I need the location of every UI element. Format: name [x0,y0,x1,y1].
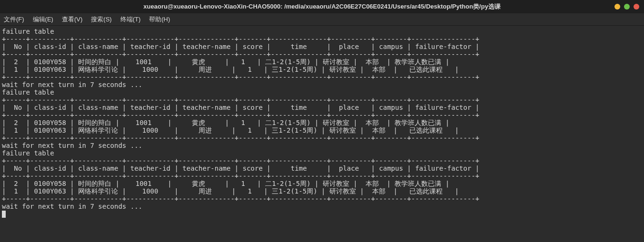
menu-edit[interactable]: 编辑(E) [33,15,53,24]
table-sep: +-----+----------+------------+---------… [2,195,479,203]
menu-file[interactable]: 文件(F) [4,15,24,24]
table-row: | 1 | 0100Y063 | 网络科学引论 | 1000 | 周进 | 1 … [2,187,459,195]
close-icon[interactable] [634,4,639,10]
output-line: failure table [2,149,54,157]
table-sep: +-----+----------+------------+---------… [2,96,479,104]
table-row: | 1 | 0100Y063 | 网络科学引论 | 1000 | 周进 | 1 … [2,126,459,134]
menu-terminal[interactable]: 终端(T) [120,15,141,24]
maximize-icon[interactable] [624,4,630,10]
terminal-output[interactable]: failure table +-----+----------+--------… [0,26,644,220]
table-sep: +-----+----------+------------+---------… [2,50,479,58]
minimize-icon[interactable] [614,4,620,10]
output-line: failure table [2,88,54,96]
titlebar: xueaoru@xueaoru-Lenovo-XiaoXin-CHAO5000:… [0,0,644,13]
output-line: wait for next turn in 7 seconds ... [2,142,142,149]
menu-search[interactable]: 搜索(S) [91,15,111,24]
table-sep: +-----+----------+------------+---------… [2,172,479,180]
table-header: | No | class-id | class-name | teacher-i… [2,165,479,172]
table-header: | No | class-id | class-name | teacher-i… [2,43,479,50]
table-header: | No | class-id | class-name | teacher-i… [2,104,479,111]
table-sep: +-----+----------+------------+---------… [2,35,479,43]
menu-help[interactable]: 帮助(H) [149,15,170,24]
menu-view[interactable]: 查看(V) [62,15,82,24]
output-line: wait for next turn in 7 seconds ... [2,81,142,88]
table-row: | 2 | 0100Y058 | 时间的辩白 | 1001 | 黄虎 | 1 |… [2,119,449,126]
output-line: wait for next turn in 7 seconds ... [2,203,142,210]
table-row: | 2 | 0100Y058 | 时间的辩白 | 1001 | 黄虎 | 1 |… [2,58,449,66]
table-row: | 2 | 0100Y058 | 时间的辩白 | 1001 | 黄虎 | 1 |… [2,180,449,187]
cursor-icon [2,211,6,218]
window-controls [614,4,639,10]
table-sep: +-----+----------+------------+---------… [2,111,479,119]
window-title: xueaoru@xueaoru-Lenovo-XiaoXin-CHAO5000:… [143,2,500,11]
table-sep: +-----+----------+------------+---------… [2,157,479,165]
table-sep: +-----+----------+------------+---------… [2,134,479,142]
table-row: | 1 | 0100Y063 | 网络科学引论 | 1000 | 周进 | 1 … [2,66,459,73]
output-line: failure table [2,28,54,35]
menubar: 文件(F) 编辑(E) 查看(V) 搜索(S) 终端(T) 帮助(H) [0,13,644,26]
table-sep: +-----+----------+------------+---------… [2,73,479,81]
